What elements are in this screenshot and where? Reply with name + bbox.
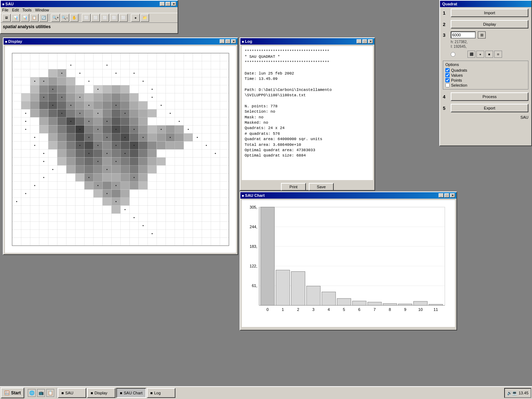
icon-btn-4[interactable]: ⊟ xyxy=(494,51,502,58)
toolbar-btn-zoom-out[interactable]: 🔍- xyxy=(61,14,69,22)
chart-title: SAU Chart xyxy=(245,193,265,198)
size-input[interactable] xyxy=(451,31,476,39)
grid-icon-button[interactable]: ⊞ xyxy=(478,31,486,39)
quadrats-checkbox[interactable] xyxy=(445,68,450,72)
chart-controls: _ □ ✕ xyxy=(439,193,455,198)
menu-tools[interactable]: Tools xyxy=(22,8,32,12)
svg-rect-19 xyxy=(352,301,366,305)
h-info: h: 217382, xyxy=(440,40,531,45)
svg-rect-17 xyxy=(322,292,336,306)
taskbar-display-label: Display xyxy=(94,391,107,395)
selection-checkbox[interactable] xyxy=(445,83,450,87)
svg-rect-24 xyxy=(429,304,443,305)
taskbar-icons: 🌐 📺 📋 xyxy=(26,389,56,397)
display-close[interactable]: ✕ xyxy=(231,39,236,44)
toolbar-btn-2[interactable]: 📊 xyxy=(11,14,20,22)
chart-icon: ■ xyxy=(242,194,244,198)
taskbar-icon-1[interactable]: 🌐 xyxy=(28,389,36,397)
step2-section: 2 Display xyxy=(440,19,531,30)
taskbar-icon-2[interactable]: 📺 xyxy=(37,389,45,397)
taskbar-display-button[interactable]: ■ Display xyxy=(87,388,116,398)
toolbar-btn-pan[interactable]: ✋ xyxy=(70,14,78,22)
chart-minimize[interactable]: _ xyxy=(439,193,444,198)
svg-text:305,: 305, xyxy=(250,205,257,209)
toolbar-btn-9[interactable]: ⬜ xyxy=(110,14,118,22)
toolbar-btn-4[interactable]: 📋 xyxy=(30,14,39,22)
step2-num: 2 xyxy=(443,22,449,27)
display-maximize[interactable]: □ xyxy=(225,39,230,44)
display-minimize[interactable]: _ xyxy=(220,39,225,44)
print-button[interactable]: Print xyxy=(281,183,306,191)
toolbar-btn-10[interactable]: ⬜ xyxy=(119,14,128,22)
icon-btn-1[interactable]: ⬛ xyxy=(467,51,475,58)
quadrat-title-label: Quadrat xyxy=(442,2,457,6)
toolbar-btn-12[interactable]: 📁 xyxy=(140,14,149,22)
close-button[interactable]: ✕ xyxy=(171,2,176,6)
display-controls: _ □ ✕ xyxy=(220,39,236,44)
icon-btn-3[interactable]: ◼ xyxy=(485,51,493,58)
points-checkbox[interactable] xyxy=(445,78,450,82)
clock-time: 13.45 xyxy=(518,391,528,395)
display-window: ■ Display _ □ ✕ xyxy=(3,37,238,255)
toolbar-btn-5[interactable]: 🔄 xyxy=(39,14,48,22)
svg-text:7: 7 xyxy=(373,307,375,312)
values-checkbox[interactable] xyxy=(445,73,450,77)
sau-title: SAU xyxy=(5,2,14,6)
log-titlebar-left: ■ Log xyxy=(242,39,252,44)
menu-window[interactable]: Window xyxy=(35,8,49,12)
display-titlebar: ■ Display _ □ ✕ xyxy=(4,38,237,45)
menu-file[interactable]: File xyxy=(2,8,9,12)
toolbar-btn-8[interactable]: ⬜ xyxy=(101,14,109,22)
svg-rect-18 xyxy=(337,298,351,305)
menu-bar: File Edit Tools Window xyxy=(1,7,178,13)
maximize-button[interactable]: □ xyxy=(165,2,170,6)
process-button[interactable]: Process xyxy=(451,92,528,101)
display-button[interactable]: Display xyxy=(451,20,528,29)
log-minimize[interactable]: _ xyxy=(357,39,362,44)
svg-text:6: 6 xyxy=(358,307,360,312)
svg-text:11: 11 xyxy=(434,307,438,312)
toolbar-btn-7[interactable]: ⬜ xyxy=(91,14,100,22)
chart-close[interactable]: ✕ xyxy=(450,193,455,198)
option-selection: Selection xyxy=(445,83,526,88)
save-button[interactable]: Save xyxy=(309,183,334,191)
export-button[interactable]: Export xyxy=(451,104,528,112)
chart-titlebar: ■ SAU Chart _ □ ✕ xyxy=(240,192,456,199)
toolbar-btn-6[interactable]: ⬜ xyxy=(82,14,91,22)
toolbar: 🖥 📊 📊 📋 🔄 🔍+ 🔍- ✋ ⬜ ⬜ ⬜ ⬜ ⬜ ✚ 📁 xyxy=(1,13,178,23)
step3-section: 3 ⊞ xyxy=(440,30,531,40)
svg-text:244,: 244, xyxy=(250,225,257,229)
start-button[interactable]: 🪟 Start xyxy=(1,388,24,398)
minimize-button[interactable]: _ xyxy=(160,2,165,6)
toolbar-btn-1[interactable]: 🖥 xyxy=(2,14,11,22)
taskbar-clock: 🔊💻 13.45 xyxy=(504,388,531,398)
sau-main-titlebar: ■ SAU _ □ ✕ xyxy=(1,1,178,7)
taskbar-sep xyxy=(25,388,26,398)
import-button[interactable]: Import xyxy=(451,9,528,17)
step3-num: 3 xyxy=(443,32,449,38)
titlebar-left: ■ SAU xyxy=(2,2,14,6)
svg-rect-20 xyxy=(368,302,382,305)
option-values: Values xyxy=(445,73,526,78)
log-button-row: Print Save xyxy=(240,181,374,192)
taskbar-chart-button[interactable]: ■ SAU Chart xyxy=(116,388,146,398)
log-close[interactable]: ✕ xyxy=(368,39,373,44)
start-label: Start xyxy=(11,390,21,395)
toolbar-btn-3[interactable]: 📊 xyxy=(21,14,29,22)
taskbar-sau-button[interactable]: ■ SAU xyxy=(58,388,86,398)
taskbar-log-button[interactable]: ■ Log xyxy=(147,388,175,398)
taskbar-sau-label: SAU xyxy=(65,391,73,395)
mode-radio[interactable] xyxy=(451,52,455,57)
chart-maximize[interactable]: □ xyxy=(444,193,449,198)
svg-rect-23 xyxy=(414,301,428,305)
log-maximize[interactable]: □ xyxy=(362,39,367,44)
toolbar-btn-11[interactable]: ✚ xyxy=(131,14,140,22)
sau-rest-label: analysis utilities xyxy=(16,24,51,29)
icon-btn-2[interactable]: ✚ xyxy=(476,51,484,58)
svg-text:0: 0 xyxy=(266,307,268,312)
toolbar-btn-zoom-in[interactable]: 🔍+ xyxy=(51,14,60,22)
taskbar-icon-3[interactable]: 📋 xyxy=(46,389,54,397)
svg-rect-22 xyxy=(398,304,412,305)
taskbar-sau-icon: ■ xyxy=(61,391,64,395)
menu-edit[interactable]: Edit xyxy=(12,8,19,12)
